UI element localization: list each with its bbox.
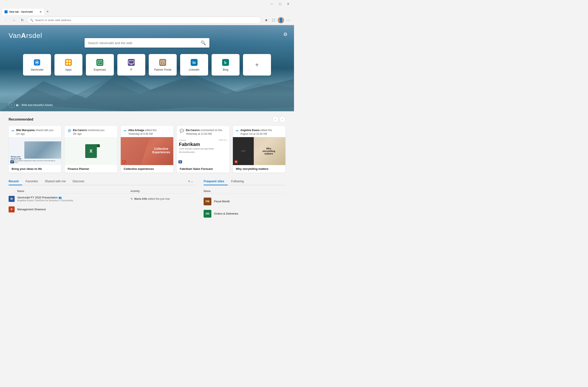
recommended-header: Recommended ‹ › [9, 116, 285, 123]
quick-link-linkedin-label: LinkedIn [189, 68, 199, 71]
more-menu-button[interactable]: ⋯ [285, 17, 292, 23]
quick-link-vanarsdel[interactable]: VanArsdel [23, 54, 51, 76]
actor-name: Miki Maruyama [16, 129, 35, 132]
pencil-icon: ✏ [236, 129, 239, 133]
site-badge-orders: OD [204, 210, 211, 218]
sort-button[interactable]: ≡ ⌄ [186, 179, 195, 184]
word-badge: W [178, 160, 182, 163]
quick-link-partner[interactable]: Partner Portal [149, 54, 177, 76]
new-tab-button[interactable]: + [45, 9, 51, 14]
settings-gear-button[interactable]: ⚙ [283, 32, 288, 37]
close-button[interactable]: ✕ [285, 1, 292, 7]
svg-rect-8 [69, 60, 71, 62]
quick-link-bing[interactable]: b Bing [211, 54, 240, 76]
doc-title-text: Bring yourideas to life [11, 156, 21, 160]
rec-card-collective[interactable]: ✏ Alba Arteaga edited this Yesterday at … [121, 126, 173, 173]
apps-icon [64, 59, 72, 66]
tab-favorites[interactable]: Favorites [22, 178, 42, 185]
doc-text: In 2018, VanArsdel's worldwide sales top… [179, 148, 227, 150]
pencil-icon: ✏ [124, 129, 126, 133]
file-name-col-header: Name [17, 190, 130, 193]
file-row-fy2020[interactable]: W VanArsdel FY 2020 Presentation 👥 Angel… [9, 194, 195, 204]
new-tab-page: VanArsdel ⚙ 🔍 VanArsdel [0, 25, 294, 225]
svg-rect-22 [162, 60, 164, 61]
favorites-button[interactable]: ★ [263, 17, 270, 23]
file-row-management[interactable]: P Management Shareout [9, 204, 195, 215]
site-name-orders: Orders & Deliveries [214, 212, 238, 215]
word-icon: W [9, 196, 15, 202]
site-row-fiscal[interactable]: FM Fiscal Month [204, 195, 285, 208]
user-avatar[interactable]: 👤 [278, 17, 284, 23]
hero-search-bar[interactable]: 🔍 [84, 38, 210, 47]
forward-button[interactable]: → [11, 17, 17, 23]
refresh-button[interactable]: ↻ [19, 17, 25, 23]
rec-card-fabrikam[interactable]: 💬 Ela Carerro commented on this Yesterda… [177, 126, 229, 173]
minimize-button[interactable]: ─ [269, 1, 275, 7]
sites-tabs-bar: Frequent sites Following [204, 178, 285, 185]
tab-recent[interactable]: Recent [9, 178, 22, 185]
svg-rect-9 [66, 63, 68, 64]
title-bar: ─ ▢ ✕ [0, 0, 294, 8]
recommended-title: Recommended [9, 118, 33, 121]
logo-text: VanArsdel [9, 32, 42, 40]
rec-card-storytelling[interactable]: ✏ Angeline Evans edited this August 1st … [233, 126, 285, 173]
back-button[interactable]: ← [2, 17, 9, 23]
activity-text: Maria Allik edited this just now [134, 197, 170, 200]
rec-card-bring-ideas[interactable]: ✏ Miki Maruyama shared with you 1hr ago … [9, 126, 61, 173]
hero-section: VanArsdel ⚙ 🔍 VanArsdel [0, 25, 294, 111]
time-text: Yesterday at 9:35 AM [128, 132, 153, 135]
it-icon [127, 59, 135, 66]
time-text: Yesterday at 11:03 AM [186, 132, 211, 135]
files-section: Recent Favorites Shared with me Discover… [9, 178, 195, 220]
file-name-area: Management Shareout [17, 208, 130, 211]
site-row-orders[interactable]: OD Orders & Deliveries [204, 208, 285, 220]
quick-link-apps-label: Apps [65, 68, 72, 71]
tab-discover[interactable]: Discover [69, 178, 88, 185]
recommended-prev-button[interactable]: ‹ [273, 116, 278, 123]
hero-search-input[interactable] [88, 41, 199, 45]
address-bar[interactable]: 🔍 [27, 17, 261, 24]
rec-card-meta: Ela Carerro mentioned you 2hr ago [73, 129, 114, 136]
address-input[interactable] [35, 19, 258, 22]
quick-link-it[interactable]: IT [117, 54, 145, 76]
edge-profile-button[interactable]: □ [270, 17, 277, 23]
browser-chrome: ─ ▢ ✕ New tab - VanArsdel ✕ + ← → ↻ 🔍 ★ … [0, 0, 294, 25]
hero-nav: ‹ ▶ Wild and beautiful Alaska [9, 102, 53, 108]
site-name-fiscal: Fiscal Month [214, 200, 230, 203]
tab-following[interactable]: Following [228, 178, 247, 185]
rec-card-finance-planner[interactable]: @ Ela Carerro mentioned you 2hr ago X [64, 126, 117, 173]
file-icon: P [9, 206, 17, 213]
recommended-next-button[interactable]: › [279, 116, 285, 123]
quick-link-bing-label: Bing [223, 68, 228, 71]
file-icon: W [9, 196, 17, 202]
add-icon: + [255, 61, 259, 68]
quick-link-expenses[interactable]: Expenses [86, 54, 114, 76]
logo-area: VanArsdel [9, 32, 42, 40]
mention-icon: @ [68, 129, 71, 133]
tab-bar: New tab - VanArsdel ✕ + [0, 8, 294, 16]
quick-link-linkedin[interactable]: in LinkedIn [180, 54, 208, 76]
pencil-icon: ✏ [12, 129, 14, 133]
tab-frequent-sites[interactable]: Frequent sites [204, 178, 228, 185]
rec-card-title: Fabrikam Sales Forecast [177, 165, 229, 173]
doc-title: Fabrikam [179, 142, 227, 147]
add-quick-link-button[interactable]: + [243, 54, 271, 76]
window-controls [2, 2, 24, 5]
rec-card-header: 💬 Ela Carerro commented on this Yesterda… [177, 126, 229, 137]
tab-title: New tab - VanArsdel [9, 10, 33, 13]
bing-icon: b [222, 59, 230, 66]
time-text: 2hr ago [73, 132, 82, 135]
actor-name: Alba Arteaga [128, 129, 144, 132]
tab-shared[interactable]: Shared with me [41, 178, 69, 185]
rec-card-header: ✏ Miki Maruyama shared with you 1hr ago [9, 126, 61, 137]
rec-card-title: Why storytelling matters [233, 165, 285, 173]
activity-icon: ✎ [130, 197, 133, 201]
maximize-button[interactable]: ▢ [277, 1, 283, 7]
hero-play-button[interactable]: ▶ [16, 103, 19, 107]
excel-thumbnail: X [64, 137, 117, 165]
browser-tab[interactable]: New tab - VanArsdel ✕ [2, 8, 45, 15]
quick-link-apps[interactable]: Apps [54, 54, 83, 76]
svg-rect-20 [159, 59, 166, 66]
tab-close-button[interactable]: ✕ [39, 10, 42, 14]
hero-prev-button[interactable]: ‹ [9, 102, 15, 108]
